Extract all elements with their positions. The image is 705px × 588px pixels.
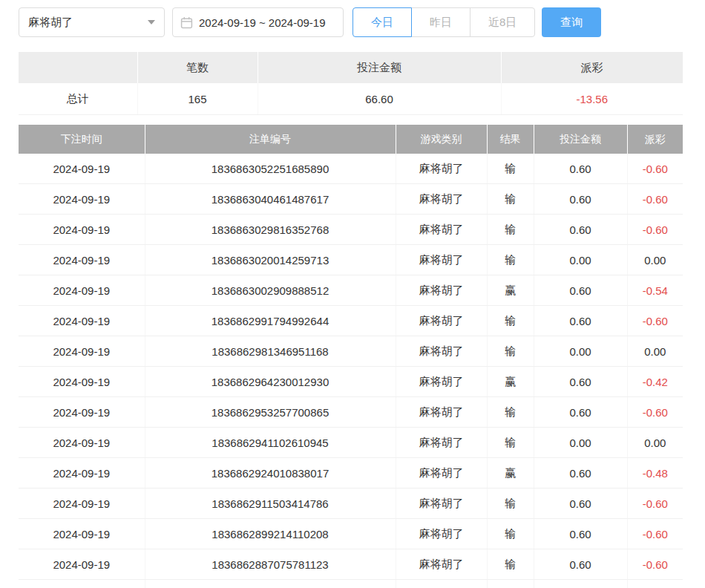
table-cell: 输 bbox=[487, 336, 534, 367]
table-row: 2024-09-191836862981346951168麻将胡了输0.000.… bbox=[19, 336, 683, 367]
yesterday-button[interactable]: 昨日 bbox=[411, 7, 470, 37]
table-row: 2024-09-191836862924010838017麻将胡了赢0.60-0… bbox=[19, 458, 683, 489]
table-cell: 2024-09-19 bbox=[19, 215, 145, 245]
table-cell: 输 bbox=[487, 397, 534, 428]
date-range-input[interactable]: 2024-09-19 ~ 2024-09-19 bbox=[172, 7, 344, 37]
table-cell: 1836862964230012930 bbox=[145, 367, 396, 397]
table-cell: 1836862991794992644 bbox=[145, 306, 396, 336]
game-select-value: 麻将胡了 bbox=[28, 16, 73, 30]
table-cell: 2024-09-19 bbox=[19, 428, 145, 458]
table-row: 2024-09-191836862875218489344麻将胡了输0.60-0… bbox=[19, 580, 683, 588]
table-cell: 0.00 bbox=[534, 245, 627, 275]
table-cell: -0.42 bbox=[627, 367, 683, 397]
table-cell: -0.60 bbox=[627, 397, 683, 428]
filter-toolbar: 麻将胡了 2024-09-19 ~ 2024-09-19 今日 昨日 近8日 查… bbox=[19, 7, 683, 37]
search-button[interactable]: 查询 bbox=[542, 7, 601, 37]
table-cell: 0.00 bbox=[534, 428, 627, 458]
summary-total-row: 总计 165 66.60 -13.56 bbox=[19, 83, 683, 115]
table-cell: 赢 bbox=[487, 458, 534, 489]
table-cell: 0.60 bbox=[534, 215, 627, 245]
table-cell: 1836863040461487617 bbox=[145, 184, 396, 215]
header-bet-id: 注单编号 bbox=[145, 125, 396, 154]
table-cell: 麻将胡了 bbox=[396, 184, 487, 215]
table-cell: 0.60 bbox=[534, 306, 627, 336]
summary-header-bet-amount: 投注金额 bbox=[258, 52, 501, 83]
table-cell: -0.54 bbox=[627, 275, 683, 306]
table-cell: 1836862899214110208 bbox=[145, 519, 396, 549]
table-cell: 0.60 bbox=[534, 489, 627, 519]
table-row: 2024-09-191836863040461487617麻将胡了输0.60-0… bbox=[19, 184, 683, 215]
table-cell: 2024-09-19 bbox=[19, 336, 145, 367]
table-cell: 1836863029816352768 bbox=[145, 215, 396, 245]
table-cell: 2024-09-19 bbox=[19, 549, 145, 580]
table-cell: 2024-09-19 bbox=[19, 306, 145, 336]
table-cell: 0.60 bbox=[534, 519, 627, 549]
table-row: 2024-09-191836862964230012930麻将胡了赢0.60-0… bbox=[19, 367, 683, 397]
header-payout: 派彩 bbox=[627, 125, 683, 154]
bet-table-body: 2024-09-191836863052251685890麻将胡了输0.60-0… bbox=[19, 154, 683, 588]
table-cell: 麻将胡了 bbox=[396, 336, 487, 367]
table-cell: 0.60 bbox=[534, 549, 627, 580]
table-cell: -0.60 bbox=[627, 489, 683, 519]
table-cell: 麻将胡了 bbox=[396, 458, 487, 489]
chevron-down-icon bbox=[148, 20, 155, 24]
header-game-type: 游戏类别 bbox=[396, 125, 487, 154]
table-cell: 1836862911503414786 bbox=[145, 489, 396, 519]
table-cell: 1836863002909888512 bbox=[145, 275, 396, 306]
summary-header-row: 笔数 投注金额 派彩 bbox=[19, 52, 683, 83]
table-cell: 2024-09-19 bbox=[19, 367, 145, 397]
table-row: 2024-09-191836862887075781123麻将胡了输0.60-0… bbox=[19, 549, 683, 580]
table-cell: 0.60 bbox=[534, 154, 627, 184]
table-cell: -0.60 bbox=[627, 549, 683, 580]
header-bet-time: 下注时间 bbox=[19, 125, 145, 154]
table-cell: 1836862941102610945 bbox=[145, 428, 396, 458]
table-cell: 输 bbox=[487, 215, 534, 245]
table-cell: 0.60 bbox=[534, 184, 627, 215]
table-cell: 输 bbox=[487, 245, 534, 275]
summary-header-empty bbox=[19, 52, 137, 83]
table-row: 2024-09-191836863029816352768麻将胡了输0.60-0… bbox=[19, 215, 683, 245]
table-cell: 麻将胡了 bbox=[396, 215, 487, 245]
table-cell: 输 bbox=[487, 428, 534, 458]
header-result: 结果 bbox=[487, 125, 534, 154]
table-row: 2024-09-191836862899214110208麻将胡了输0.60-0… bbox=[19, 519, 683, 549]
bet-table-header-row: 下注时间 注单编号 游戏类别 结果 投注金额 派彩 bbox=[19, 125, 683, 154]
table-cell: 0.60 bbox=[534, 397, 627, 428]
table-row: 2024-09-191836863020014259713麻将胡了输0.000.… bbox=[19, 245, 683, 275]
table-cell: -0.60 bbox=[627, 184, 683, 215]
header-bet-amount: 投注金额 bbox=[534, 125, 627, 154]
table-cell: 0.00 bbox=[534, 336, 627, 367]
table-cell: 输 bbox=[487, 306, 534, 336]
table-cell: 麻将胡了 bbox=[396, 275, 487, 306]
game-select[interactable]: 麻将胡了 bbox=[19, 7, 165, 37]
table-cell: 1836862981346951168 bbox=[145, 336, 396, 367]
table-cell: 0.60 bbox=[534, 458, 627, 489]
table-cell: 1836862887075781123 bbox=[145, 549, 396, 580]
table-cell: 0.00 bbox=[627, 245, 683, 275]
table-row: 2024-09-191836862911503414786麻将胡了输0.60-0… bbox=[19, 489, 683, 519]
table-row: 2024-09-191836862941102610945麻将胡了输0.000.… bbox=[19, 428, 683, 458]
table-cell: 输 bbox=[487, 549, 534, 580]
table-cell: -0.60 bbox=[627, 519, 683, 549]
table-cell: 2024-09-19 bbox=[19, 275, 145, 306]
today-button[interactable]: 今日 bbox=[352, 7, 412, 37]
table-cell: 2024-09-19 bbox=[19, 580, 145, 588]
table-cell: 输 bbox=[487, 154, 534, 184]
table-cell: 麻将胡了 bbox=[396, 245, 487, 275]
table-cell: 0.00 bbox=[627, 336, 683, 367]
table-cell: 赢 bbox=[487, 367, 534, 397]
table-cell: 2024-09-19 bbox=[19, 184, 145, 215]
table-row: 2024-09-191836862953257700865麻将胡了输0.60-0… bbox=[19, 397, 683, 428]
summary-total-label: 总计 bbox=[19, 83, 137, 115]
table-cell: 麻将胡了 bbox=[396, 519, 487, 549]
table-cell: 1836862924010838017 bbox=[145, 458, 396, 489]
last-8-days-button[interactable]: 近8日 bbox=[470, 7, 535, 37]
table-cell: 2024-09-19 bbox=[19, 489, 145, 519]
summary-total-count: 165 bbox=[137, 83, 258, 115]
table-cell: 1836862875218489344 bbox=[145, 580, 396, 588]
table-cell: 2024-09-19 bbox=[19, 519, 145, 549]
table-cell: 0.00 bbox=[627, 428, 683, 458]
table-cell: 麻将胡了 bbox=[396, 549, 487, 580]
summary-table: 笔数 投注金额 派彩 总计 165 66.60 -13.56 bbox=[19, 52, 683, 115]
table-cell: 2024-09-19 bbox=[19, 458, 145, 489]
